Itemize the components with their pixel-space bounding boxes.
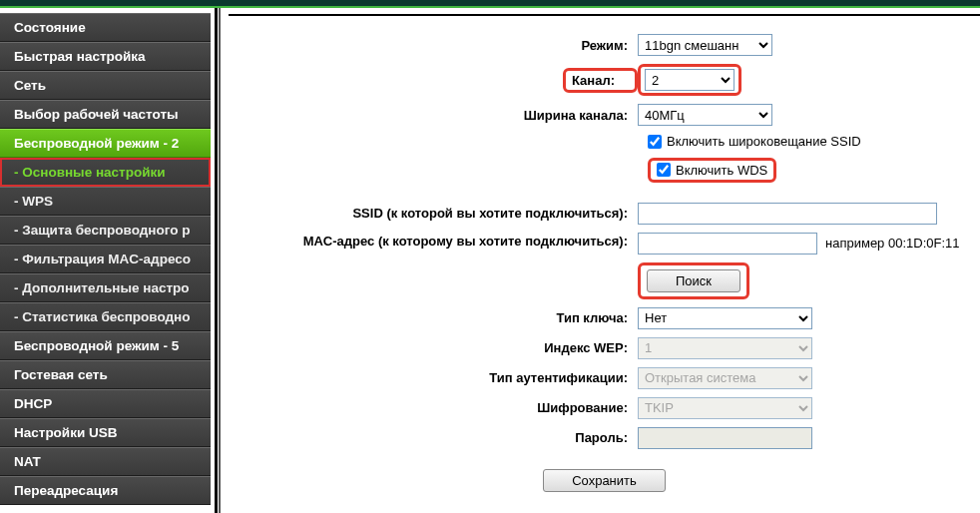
sidebar-item-label: Гостевая сеть: [14, 367, 108, 382]
row-search: Поиск: [239, 262, 970, 299]
sidebar-item-label: Настройки USB: [14, 425, 117, 440]
mac-input[interactable]: [638, 233, 817, 255]
form-area: Режим: 11bgn смешанн Канал:: [229, 14, 980, 502]
sidebar-item-dhcp[interactable]: DHCP: [0, 389, 211, 418]
ssid-input[interactable]: [638, 203, 937, 225]
wds-highlight: Включить WDS: [648, 158, 776, 183]
wepidx-label: Индекс WEP:: [239, 340, 638, 355]
wepidx-select: 1: [638, 337, 812, 359]
sidebar-item-label: - Защита беспроводного р: [14, 223, 190, 238]
ssid-broadcast-text: Включить широковещание SSID: [667, 134, 861, 149]
ssid-label: SSID (к которой вы хотите подключиться):: [239, 206, 638, 221]
auth-select: Открытая система: [638, 367, 812, 389]
keytype-label: Тип ключа:: [239, 310, 638, 325]
auth-label: Тип аутентификации:: [239, 370, 638, 385]
pwd-label: Пароль:: [239, 430, 638, 445]
sidebar-item-nat[interactable]: NAT: [0, 447, 211, 476]
ssid-broadcast-checkbox[interactable]: [648, 135, 662, 149]
wds-text: Включить WDS: [676, 163, 767, 178]
sidebar-item-wireless-2g[interactable]: Беспроводной режим - 2: [0, 129, 211, 158]
search-highlight: Поиск: [638, 262, 749, 299]
sidebar-item-label: DHCP: [14, 396, 52, 411]
sidebar-item-label: - Статистика беспроводно: [14, 309, 190, 324]
sidebar-item-usb-settings[interactable]: Настройки USB: [0, 418, 211, 447]
channel-label: Канал:: [572, 73, 629, 88]
sidebar-item-wireless-5g[interactable]: Беспроводной режим - 5: [0, 331, 211, 360]
sidebar-item-label: - Дополнительные настро: [14, 280, 190, 295]
sidebar-item-guest-network[interactable]: Гостевая сеть: [0, 360, 211, 389]
width-label: Ширина канала:: [239, 108, 638, 123]
mac-hint: например 00:1D:0F:11: [825, 236, 960, 251]
width-select[interactable]: 40МГц: [638, 104, 772, 126]
sidebar-item-label: Беспроводной режим - 2: [14, 136, 179, 151]
channel-select-highlight: 2: [638, 64, 741, 96]
sidebar-item-wireless-security[interactable]: - Защита беспроводного р: [0, 216, 211, 245]
mode-select[interactable]: 11bgn смешанн: [638, 34, 772, 56]
sidebar-item-mac-filter[interactable]: - Фильтрация MAC-адресо: [0, 245, 211, 273]
search-button[interactable]: Поиск: [647, 269, 740, 292]
sidebar-item-label: - WPS: [14, 194, 53, 209]
pwd-input: [638, 427, 812, 449]
vertical-separator: [215, 8, 229, 513]
row-channel: Канал: 2: [239, 64, 970, 96]
sidebar-item-label: - Основные настройки: [14, 165, 166, 180]
channel-highlight: Канал:: [563, 68, 638, 93]
row-save: Сохранить: [239, 469, 970, 492]
sidebar-item-advanced[interactable]: - Дополнительные настро: [0, 273, 211, 302]
row-width: Ширина канала: 40МГц: [239, 104, 970, 126]
row-mac: MAC-адрес (к которому вы хотите подключи…: [239, 233, 970, 255]
sidebar-item-label: Состояние: [14, 20, 86, 35]
top-accent-bar: [0, 0, 980, 8]
row-wepidx: Индекс WEP: 1: [239, 337, 970, 359]
row-ssid-broadcast: Включить широковещание SSID: [648, 134, 970, 152]
row-enc: Шифрование: TKIP: [239, 397, 970, 419]
sidebar-item-basic-settings[interactable]: - Основные настройки: [0, 158, 211, 187]
sidebar-item-label: Быстрая настройка: [14, 49, 146, 64]
row-wds: Включить WDS: [648, 158, 970, 183]
row-mode: Режим: 11bgn смешанн: [239, 34, 970, 56]
wds-checkbox-label[interactable]: Включить WDS: [657, 163, 767, 178]
sidebar-item-wireless-stats[interactable]: - Статистика беспроводно: [0, 302, 211, 331]
row-ssid: SSID (к которой вы хотите подключиться):: [239, 203, 970, 225]
sidebar-item-label: - Фильтрация MAC-адресо: [14, 252, 191, 266]
page-container: Состояние Быстрая настройка Сеть Выбор р…: [0, 8, 980, 513]
enc-label: Шифрование:: [239, 400, 638, 415]
row-keytype: Тип ключа: Нет: [239, 307, 970, 329]
row-pwd: Пароль:: [239, 427, 970, 449]
mode-label: Режим:: [239, 38, 638, 53]
main-panel: Режим: 11bgn смешанн Канал:: [229, 8, 980, 513]
row-auth: Тип аутентификации: Открытая система: [239, 367, 970, 389]
sidebar-item-network[interactable]: Сеть: [0, 71, 211, 100]
mac-label: MAC-адрес (к которому вы хотите подключи…: [239, 233, 638, 251]
sidebar-item-label: Переадресация: [14, 483, 118, 498]
channel-select[interactable]: 2: [645, 69, 735, 91]
ssid-broadcast-checkbox-label[interactable]: Включить широковещание SSID: [648, 134, 861, 149]
enc-select: TKIP: [638, 397, 812, 419]
wds-checkbox[interactable]: [657, 163, 671, 177]
sidebar: Состояние Быстрая настройка Сеть Выбор р…: [0, 13, 211, 505]
sidebar-item-status[interactable]: Состояние: [0, 13, 211, 42]
sidebar-item-label: NAT: [14, 454, 41, 469]
sidebar-item-label: Выбор рабочей частоты: [14, 107, 179, 122]
sidebar-item-wps[interactable]: - WPS: [0, 187, 211, 216]
save-button[interactable]: Сохранить: [543, 469, 666, 492]
sidebar-item-label: Беспроводной режим - 5: [14, 338, 179, 353]
sidebar-item-quick-setup[interactable]: Быстрая настройка: [0, 42, 211, 71]
sidebar-item-band-select[interactable]: Выбор рабочей частоты: [0, 100, 211, 129]
keytype-select[interactable]: Нет: [638, 307, 812, 329]
sidebar-item-forwarding[interactable]: Переадресация: [0, 476, 211, 505]
sidebar-item-label: Сеть: [14, 78, 46, 93]
